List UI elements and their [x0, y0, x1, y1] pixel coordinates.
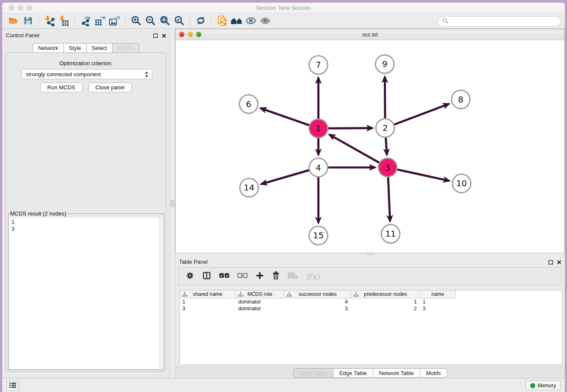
- hide-selected-button[interactable]: [244, 15, 258, 28]
- column-header-shared-name[interactable]: shared name: [180, 290, 236, 298]
- function-builder-button[interactable]: f(x): [306, 272, 320, 281]
- table-tabs-bar: Node Table Edge Table Network Table Moti…: [175, 367, 565, 378]
- control-panel-header: Control Panel: [2, 29, 170, 41]
- cell-successor-nodes[interactable]: 4: [284, 298, 351, 305]
- clone-network-button[interactable]: [215, 15, 229, 28]
- edge-3-1[interactable]: [329, 135, 379, 163]
- criterion-select[interactable]: strongly connected component: [21, 69, 152, 79]
- zoom-in-button[interactable]: [129, 15, 143, 28]
- close-panel-icon[interactable]: [162, 32, 166, 40]
- table-toolbar: f(x): [179, 267, 561, 285]
- close-panel-button[interactable]: Close panel: [88, 83, 132, 92]
- delete-table-button[interactable]: [288, 272, 298, 281]
- cell-MCDS-role[interactable]: dominator: [236, 298, 284, 305]
- network-view-window: scc.txt 1234678910111415: [175, 29, 565, 253]
- search-icon: [442, 17, 449, 26]
- run-mcds-button[interactable]: Run MCDS: [40, 83, 83, 92]
- main-content: Control Panel Network Style Select MCDS …: [2, 29, 565, 378]
- toolbar-separator: [74, 16, 75, 27]
- result-scrollbar[interactable]: [159, 218, 163, 369]
- task-history-button[interactable]: [6, 381, 19, 391]
- control-panel-title: Control Panel: [6, 32, 39, 39]
- edge-3-11[interactable]: [388, 177, 390, 221]
- table-options-button[interactable]: [186, 271, 194, 281]
- trash-icon: [272, 271, 280, 281]
- show-all-button[interactable]: [258, 15, 272, 28]
- table-row[interactable]: 3dominator323: [180, 305, 562, 312]
- cell-shared-name[interactable]: 3: [180, 305, 236, 312]
- search-input[interactable]: [449, 17, 560, 26]
- table-delete-icon: [288, 272, 298, 281]
- import-network-icon: [44, 15, 55, 28]
- cell-successor-nodes[interactable]: 3: [284, 305, 351, 312]
- zoom-out-button[interactable]: [143, 15, 157, 28]
- toolbar-separator: [190, 16, 190, 27]
- columns-icon: [202, 271, 211, 281]
- cell-name[interactable]: 1: [420, 298, 456, 305]
- cell-MCDS-role[interactable]: dominator: [236, 305, 284, 312]
- apply-layout-button[interactable]: [193, 15, 208, 28]
- checked-boxes-icon: [219, 273, 229, 280]
- table-panel-header: Table Panel: [175, 255, 565, 267]
- edge-1-2[interactable]: [328, 128, 372, 129]
- panel-split-divider[interactable]: [170, 29, 175, 378]
- table-row[interactable]: 1dominator411: [180, 298, 562, 305]
- tab-edge-table[interactable]: Edge Table: [333, 368, 373, 378]
- sort-hierarchy-icon: [353, 292, 359, 298]
- cell-predecessor-nodes[interactable]: 2: [351, 305, 420, 312]
- import-network-button[interactable]: [42, 15, 57, 28]
- cell-predecessor-nodes[interactable]: 1: [351, 298, 420, 305]
- delete-column-button[interactable]: [272, 271, 280, 281]
- open-session-button[interactable]: [6, 15, 21, 28]
- add-column-button[interactable]: [256, 271, 264, 281]
- zoom-selected-button[interactable]: [172, 15, 186, 28]
- tab-style[interactable]: Style: [64, 43, 87, 53]
- show-columns-button[interactable]: [202, 271, 211, 281]
- edge-2-8[interactable]: [394, 104, 449, 124]
- tab-network[interactable]: Network: [33, 43, 64, 53]
- zoom-fit-button[interactable]: [157, 15, 172, 28]
- table-body: 1dominator4113dominator323: [180, 298, 562, 312]
- save-session-button[interactable]: [21, 15, 35, 28]
- cell-name[interactable]: 3: [420, 305, 456, 312]
- memory-button[interactable]: Memory: [526, 381, 561, 390]
- sort-hierarchy-icon: [238, 292, 243, 298]
- edge-2-3[interactable]: [386, 138, 387, 155]
- network-canvas[interactable]: 1234678910111415: [176, 40, 564, 253]
- split-grip[interactable]: [171, 200, 174, 207]
- tab-motifs[interactable]: Motifs: [420, 368, 447, 378]
- float-panel-icon[interactable]: [153, 32, 158, 40]
- edge-2-9[interactable]: [385, 77, 385, 118]
- tab-node-table[interactable]: Node Table: [293, 368, 333, 378]
- edge-3-10[interactable]: [397, 169, 449, 181]
- node-label-9: 9: [382, 59, 388, 69]
- unselect-all-columns-button[interactable]: [237, 273, 248, 280]
- edge-1-6[interactable]: [261, 108, 309, 125]
- cell-shared-name[interactable]: 1: [180, 298, 236, 305]
- tab-mcds[interactable]: MCDS: [113, 43, 139, 53]
- export-image-button[interactable]: [107, 15, 121, 28]
- column-header-predecessor-nodes[interactable]: predecessor nodes: [351, 290, 420, 298]
- column-header-name[interactable]: name: [420, 290, 456, 298]
- export-table-button[interactable]: [93, 15, 107, 28]
- houses-icon: [230, 16, 243, 27]
- float-table-panel-icon[interactable]: [548, 259, 553, 266]
- export-network-button[interactable]: [78, 15, 93, 28]
- node-label-8: 8: [458, 95, 464, 105]
- close-table-panel-icon[interactable]: [557, 259, 561, 266]
- mcds-result-list[interactable]: 1 3: [9, 218, 163, 369]
- import-table-button[interactable]: [57, 15, 71, 28]
- tab-select[interactable]: Select: [87, 43, 113, 53]
- export-table-icon: [94, 15, 105, 28]
- column-header-MCDS-role[interactable]: MCDS role: [236, 290, 284, 298]
- memory-label: Memory: [538, 383, 556, 389]
- node-label-6: 6: [246, 99, 251, 109]
- plus-icon: [256, 271, 264, 281]
- select-all-columns-button[interactable]: [219, 273, 229, 280]
- ndex-button[interactable]: [229, 15, 244, 28]
- edge-4-14[interactable]: [261, 170, 309, 184]
- tab-network-table[interactable]: Network Table: [373, 368, 420, 378]
- network-graph[interactable]: 1234678910111415: [176, 40, 564, 253]
- table-panel-title: Table Panel: [179, 259, 208, 265]
- column-header-successor-nodes[interactable]: successor nodes: [284, 290, 351, 298]
